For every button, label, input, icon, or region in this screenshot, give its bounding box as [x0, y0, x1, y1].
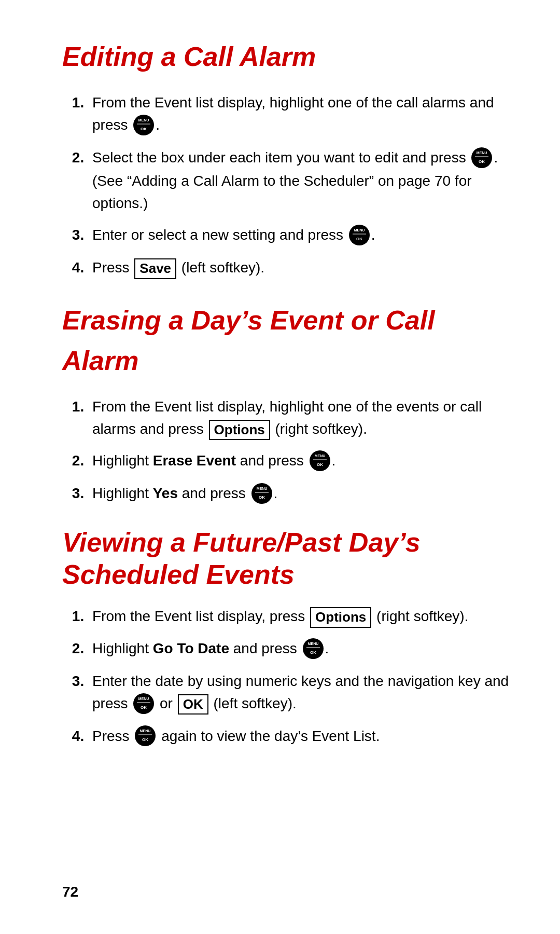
- svg-text:MENU: MENU: [138, 118, 149, 122]
- viewing-step-1: From the Event list display, press Optio…: [88, 605, 513, 628]
- editing-step-4: Press Save (left softkey).: [88, 256, 513, 279]
- svg-text:MENU: MENU: [307, 642, 318, 645]
- svg-point-0: [133, 115, 154, 135]
- svg-text:OK: OK: [310, 650, 316, 655]
- editing-step-1: From the Event list display, highlight o…: [88, 91, 513, 137]
- svg-text:OK: OK: [142, 737, 148, 742]
- section-erasing-day-event: Erasing a Day’s Event or Call Alarm From…: [62, 300, 513, 505]
- menu-ok-icon-7: MENU OK: [133, 693, 155, 715]
- editing-step-2: Select the box under each item you want …: [88, 146, 513, 214]
- menu-ok-icon-1: MENU OK: [133, 114, 155, 136]
- erasing-steps-list: From the Event list display, highlight o…: [78, 395, 513, 505]
- svg-point-24: [133, 693, 154, 714]
- section-viewing-future-past: Viewing a Future/Past Day’s Scheduled Ev…: [62, 526, 513, 748]
- svg-text:MENU: MENU: [138, 697, 149, 700]
- erasing-step-2: Highlight Erase Event and press MENU OK …: [88, 449, 513, 473]
- viewing-step-3: Enter the date by using numeric keys and…: [88, 670, 513, 716]
- save-key: Save: [134, 258, 176, 279]
- erasing-step-1: From the Event list display, highlight o…: [88, 395, 513, 441]
- menu-ok-icon-6: MENU OK: [302, 638, 324, 660]
- svg-text:OK: OK: [141, 127, 147, 131]
- svg-text:MENU: MENU: [354, 228, 365, 232]
- viewing-steps-list: From the Event list display, press Optio…: [78, 605, 513, 748]
- svg-point-8: [349, 225, 370, 245]
- menu-ok-icon-3: MENU OK: [348, 224, 370, 246]
- menu-ok-icon-2: MENU OK: [471, 147, 493, 169]
- svg-point-20: [303, 638, 324, 659]
- options-key-2: Options: [310, 607, 371, 628]
- erasing-step-3: Highlight Yes and press MENU OK .: [88, 482, 513, 505]
- section-editing-call-alarm: Editing a Call Alarm From the Event list…: [62, 36, 513, 279]
- svg-point-16: [251, 483, 272, 504]
- section-title-viewing: Viewing a Future/Past Day’s Scheduled Ev…: [62, 526, 513, 591]
- svg-text:OK: OK: [356, 237, 362, 241]
- go-to-date-label: Go To Date: [153, 640, 229, 656]
- svg-text:MENU: MENU: [140, 729, 151, 733]
- menu-ok-icon-4: MENU OK: [309, 450, 331, 472]
- svg-text:MENU: MENU: [314, 454, 325, 458]
- page-number: 72: [62, 881, 78, 903]
- section-title-editing: Editing a Call Alarm: [62, 36, 513, 77]
- editing-step-3: Enter or select a new setting and press …: [88, 224, 513, 247]
- options-key-1: Options: [209, 420, 270, 441]
- svg-point-28: [135, 725, 156, 746]
- svg-point-12: [310, 450, 330, 471]
- erase-event-label: Erase Event: [153, 452, 236, 469]
- svg-text:OK: OK: [141, 705, 147, 710]
- svg-text:MENU: MENU: [256, 487, 267, 490]
- yes-label: Yes: [153, 485, 178, 501]
- editing-steps-list: From the Event list display, highlight o…: [78, 91, 513, 279]
- svg-text:OK: OK: [317, 462, 323, 467]
- svg-point-4: [471, 147, 492, 168]
- menu-ok-icon-8: MENU OK: [134, 725, 156, 747]
- svg-text:MENU: MENU: [477, 151, 487, 155]
- section-title-erasing: Erasing a Day’s Event or Call Alarm: [62, 300, 513, 381]
- ok-key: OK: [178, 694, 208, 715]
- viewing-step-2: Highlight Go To Date and press MENU OK .: [88, 637, 513, 661]
- svg-text:OK: OK: [479, 159, 485, 164]
- viewing-step-4: Press MENU OK again to view the day’s Ev…: [88, 725, 513, 748]
- menu-ok-icon-5: MENU OK: [251, 483, 273, 504]
- svg-text:OK: OK: [259, 495, 265, 500]
